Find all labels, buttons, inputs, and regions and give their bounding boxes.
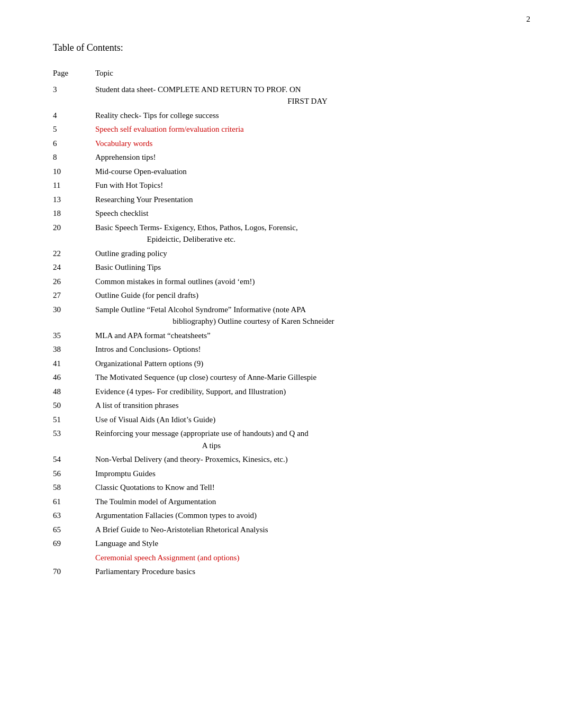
- table-row: 58Classic Quotations to Know and Tell!: [53, 480, 520, 495]
- table-row: 51Use of Visual Aids (An Idiot’s Guide): [53, 413, 520, 427]
- topic-cell: Basic Outlining Tips: [95, 260, 520, 275]
- topic-cell: Language and Style: [95, 536, 520, 551]
- page-number-cell: 5: [53, 122, 95, 136]
- page-number: 2: [527, 15, 531, 24]
- page-number-cell: 4: [53, 108, 95, 123]
- topic-cell: A list of transition phrases: [95, 398, 520, 413]
- page-number-cell: 3: [53, 83, 95, 108]
- table-row: 56Impromptu Guides: [53, 467, 520, 481]
- header-topic: Topic: [95, 66, 520, 83]
- page-number-cell: 18: [53, 206, 95, 221]
- topic-cell: Researching Your Presentation: [95, 193, 520, 207]
- page-number-cell: 27: [53, 288, 95, 303]
- page-number-cell: 63: [53, 508, 95, 523]
- page-number-cell: [53, 551, 95, 565]
- page-number-cell: 51: [53, 413, 95, 427]
- page-number-cell: 38: [53, 342, 95, 357]
- topic-cell: Outline Guide (for pencil drafts): [95, 288, 520, 303]
- table-row: 3Student data sheet- COMPLETE AND RETURN…: [53, 83, 520, 108]
- page-number-cell: 10: [53, 165, 95, 179]
- topic-cell: The Toulmin model of Argumentation: [95, 495, 520, 509]
- page-number-cell: 54: [53, 452, 95, 467]
- table-row: 70Parliamentary Procedure basics: [53, 565, 520, 579]
- table-row: 4Reality check- Tips for college success: [53, 108, 520, 123]
- page-number-cell: 24: [53, 260, 95, 275]
- table-row: Ceremonial speech Assignment (and option…: [53, 551, 520, 565]
- page-number-cell: 8: [53, 150, 95, 165]
- page-number-cell: 30: [53, 303, 95, 329]
- table-row: 41Organizational Pattern options (9): [53, 357, 520, 371]
- table-row: 22Outline grading policy: [53, 247, 520, 261]
- topic-cell: Sample Outline “Fetal Alcohol Syndrome” …: [95, 303, 520, 329]
- table-row: 10Mid-course Open-evaluation: [53, 165, 520, 179]
- table-row: 11Fun with Hot Topics!: [53, 178, 520, 193]
- table-row: 53Reinforcing your message (appropriate …: [53, 426, 520, 452]
- topic-cell: MLA and APA format “cheatsheets”: [95, 329, 520, 343]
- table-row: 69Language and Style: [53, 536, 520, 551]
- table-row: 18Speech checklist: [53, 206, 520, 221]
- table-row: 5Speech self evaluation form/evaluation …: [53, 122, 520, 136]
- topic-cell: Intros and Conclusions- Options!: [95, 342, 520, 357]
- topic-cell: Vocabulary words: [95, 136, 520, 151]
- topic-cell: The Motivated Sequence (up close) courte…: [95, 370, 520, 385]
- topic-cell: Mid-course Open-evaluation: [95, 165, 520, 179]
- table-row: 24Basic Outlining Tips: [53, 260, 520, 275]
- topic-cell: Reinforcing your message (appropriate us…: [95, 426, 520, 452]
- topic-cell: Use of Visual Aids (An Idiot’s Guide): [95, 413, 520, 427]
- page-number-cell: 22: [53, 247, 95, 261]
- toc-title: Table of Contents:: [53, 42, 520, 53]
- topic-cell: Non-Verbal Delivery (and theory- Proxemi…: [95, 452, 520, 467]
- topic-cell: Classic Quotations to Know and Tell!: [95, 480, 520, 495]
- topic-cell: A Brief Guide to Neo-Aristotelian Rhetor…: [95, 523, 520, 537]
- table-row: 27Outline Guide (for pencil drafts): [53, 288, 520, 303]
- page-number-cell: 46: [53, 370, 95, 385]
- page-number-cell: 6: [53, 136, 95, 151]
- page-number-cell: 65: [53, 523, 95, 537]
- page-number-cell: 69: [53, 536, 95, 551]
- table-row: 8Apprehension tips!: [53, 150, 520, 165]
- topic-cell: Ceremonial speech Assignment (and option…: [95, 551, 520, 565]
- page-number-cell: 11: [53, 178, 95, 193]
- page-number-cell: 58: [53, 480, 95, 495]
- table-row: 35MLA and APA format “cheatsheets”: [53, 329, 520, 343]
- table-row: 20Basic Speech Terms- Exigency, Ethos, P…: [53, 221, 520, 247]
- topic-cell: Argumentation Fallacies (Common types to…: [95, 508, 520, 523]
- topic-cell: Outline grading policy: [95, 247, 520, 261]
- topic-cell: Student data sheet- COMPLETE AND RETURN …: [95, 83, 520, 108]
- page-number-cell: 53: [53, 426, 95, 452]
- topic-cell: Reality check- Tips for college success: [95, 108, 520, 123]
- topic-cell: Speech self evaluation form/evaluation c…: [95, 122, 520, 136]
- topic-cell: Speech checklist: [95, 206, 520, 221]
- topic-cell: Fun with Hot Topics!: [95, 178, 520, 193]
- table-row: 30Sample Outline “Fetal Alcohol Syndrome…: [53, 303, 520, 329]
- page-number-cell: 56: [53, 467, 95, 481]
- table-row: 61The Toulmin model of Argumentation: [53, 495, 520, 509]
- page-number-cell: 48: [53, 385, 95, 399]
- table-row: 26Common mistakes in formal outlines (av…: [53, 275, 520, 289]
- topic-cell: Basic Speech Terms- Exigency, Ethos, Pat…: [95, 221, 520, 247]
- page-number-cell: 41: [53, 357, 95, 371]
- table-row: 6Vocabulary words: [53, 136, 520, 151]
- page-number-cell: 35: [53, 329, 95, 343]
- toc-table: Page Topic 3Student data sheet- COMPLETE…: [53, 66, 520, 579]
- page-number-cell: 26: [53, 275, 95, 289]
- topic-cell: Impromptu Guides: [95, 467, 520, 481]
- topic-cell: Organizational Pattern options (9): [95, 357, 520, 371]
- table-row: 63Argumentation Fallacies (Common types …: [53, 508, 520, 523]
- table-row: 50A list of transition phrases: [53, 398, 520, 413]
- header-page: Page: [53, 66, 95, 83]
- table-row: 54Non-Verbal Delivery (and theory- Proxe…: [53, 452, 520, 467]
- table-row: 48Evidence (4 types- For credibility, Su…: [53, 385, 520, 399]
- topic-cell: Parliamentary Procedure basics: [95, 565, 520, 579]
- topic-cell: Apprehension tips!: [95, 150, 520, 165]
- page-number-cell: 13: [53, 193, 95, 207]
- topic-cell: Common mistakes in formal outlines (avoi…: [95, 275, 520, 289]
- page-number-cell: 20: [53, 221, 95, 247]
- topic-cell: Evidence (4 types- For credibility, Supp…: [95, 385, 520, 399]
- table-row: 46The Motivated Sequence (up close) cour…: [53, 370, 520, 385]
- page-number-cell: 61: [53, 495, 95, 509]
- table-row: 38Intros and Conclusions- Options!: [53, 342, 520, 357]
- table-row: 13Researching Your Presentation: [53, 193, 520, 207]
- page-number-cell: 70: [53, 565, 95, 579]
- table-row: 65A Brief Guide to Neo-Aristotelian Rhet…: [53, 523, 520, 537]
